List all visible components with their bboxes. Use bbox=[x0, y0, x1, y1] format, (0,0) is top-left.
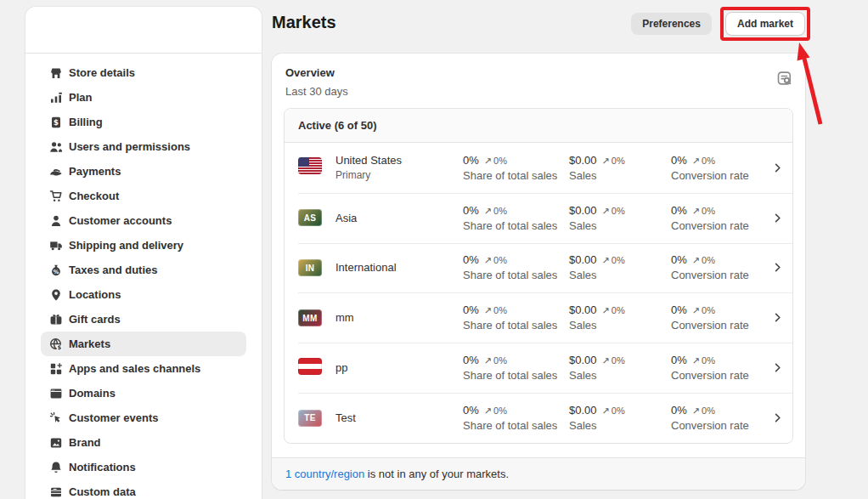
chevron-right-icon[interactable] bbox=[767, 162, 784, 174]
settings-nav: Store detailsPlan$BillingUsers and permi… bbox=[25, 54, 262, 499]
overview-card-header: Overview Last 30 days bbox=[272, 54, 805, 108]
main-content: Markets Preferences Add market Overview … bbox=[272, 0, 805, 490]
market-row-united-states[interactable]: United StatesPrimary0%↗0%Share of total … bbox=[285, 143, 792, 193]
sidebar-item-gift-cards[interactable]: Gift cards bbox=[41, 307, 246, 332]
sidebar-item-brand[interactable]: Brand bbox=[41, 430, 246, 455]
metric-delta: ↗0% bbox=[484, 156, 507, 167]
metric-value: 0% bbox=[463, 303, 479, 316]
trend-up-icon: ↗ bbox=[484, 305, 492, 316]
sidebar-item-markets[interactable]: $Markets bbox=[41, 332, 246, 356]
svg-text:%: % bbox=[54, 268, 59, 275]
metric-sales: $0.00↗0%Sales bbox=[569, 404, 671, 432]
metric-delta-value: 0% bbox=[612, 255, 625, 265]
trend-up-icon: ↗ bbox=[602, 355, 610, 366]
metric-share-of-total-sales: 0%↗0%Share of total sales bbox=[463, 253, 569, 281]
metric-value: $0.00 bbox=[569, 204, 597, 217]
sidebar-item-label: Users and permissions bbox=[69, 140, 190, 153]
gift-card-icon bbox=[49, 313, 63, 326]
market-row-asia[interactable]: ASAsia0%↗0%Share of total sales$0.00↗0%S… bbox=[285, 193, 792, 243]
market-name-cell: pp bbox=[335, 361, 463, 374]
chevron-right-icon[interactable] bbox=[767, 311, 784, 324]
metric-label: Share of total sales bbox=[463, 169, 569, 182]
store-icon bbox=[49, 66, 63, 80]
sidebar-item-apps-and-sales-channels[interactable]: Apps and sales channels bbox=[41, 356, 246, 381]
metric-sales: $0.00↗0%Sales bbox=[569, 204, 671, 232]
sidebar-item-payments[interactable]: Payments bbox=[41, 159, 246, 184]
sidebar-item-label: Payments bbox=[69, 165, 121, 178]
sidebar-store-header bbox=[25, 7, 262, 53]
trend-up-icon: ↗ bbox=[602, 255, 610, 266]
cursor-click-icon bbox=[49, 411, 63, 425]
market-row-pp[interactable]: pp0%↗0%Share of total sales$0.00↗0%Sales… bbox=[285, 343, 792, 393]
sidebar-item-plan[interactable]: Plan bbox=[41, 85, 246, 110]
sidebar-item-customer-accounts[interactable]: Customer accounts bbox=[41, 208, 246, 233]
trend-up-icon: ↗ bbox=[484, 355, 492, 366]
sidebar-item-domains[interactable]: Domains bbox=[41, 381, 246, 405]
metric-delta-value: 0% bbox=[702, 355, 715, 366]
sidebar-item-label: Markets bbox=[69, 337, 110, 350]
sidebar-item-customer-events[interactable]: Customer events bbox=[41, 405, 246, 430]
metric-value: $0.00 bbox=[569, 253, 597, 266]
preferences-button[interactable]: Preferences bbox=[631, 13, 712, 35]
metric-value: $0.00 bbox=[569, 404, 597, 417]
metric-value: $0.00 bbox=[569, 303, 597, 316]
metric-conversion-rate: 0%↗0%Conversion rate bbox=[671, 404, 767, 432]
add-market-button[interactable]: Add market bbox=[725, 12, 805, 36]
market-row-international[interactable]: INInternational0%↗0%Share of total sales… bbox=[285, 243, 792, 293]
sidebar-item-notifications[interactable]: Notifications bbox=[41, 455, 246, 479]
market-name: International bbox=[335, 261, 463, 274]
metric-delta: ↗0% bbox=[602, 255, 625, 266]
metric-delta: ↗0% bbox=[484, 206, 507, 217]
metric-share-of-total-sales: 0%↗0%Share of total sales bbox=[463, 303, 569, 332]
sidebar-item-locations[interactable]: Locations bbox=[41, 282, 246, 307]
chevron-right-icon[interactable] bbox=[767, 411, 784, 424]
austria-flag-icon bbox=[298, 358, 322, 375]
sidebar-item-label: Customer accounts bbox=[69, 214, 172, 227]
trend-up-icon: ↗ bbox=[692, 156, 700, 167]
market-name-cell: Asia bbox=[335, 212, 463, 224]
metric-share-of-total-sales: 0%↗0%Share of total sales bbox=[463, 204, 569, 232]
sidebar-item-label: Brand bbox=[69, 436, 101, 449]
users-icon bbox=[49, 140, 63, 154]
sidebar-item-label: Billing bbox=[69, 116, 103, 128]
metric-sales: $0.00↗0%Sales bbox=[569, 303, 671, 332]
sidebar-item-label: Shipping and delivery bbox=[69, 239, 183, 252]
sidebar-item-users-and-permissions[interactable]: Users and permissions bbox=[41, 134, 246, 159]
market-row-mm[interactable]: MMmm0%↗0%Share of total sales$0.00↗0%Sal… bbox=[285, 292, 792, 343]
sidebar-item-billing[interactable]: $Billing bbox=[41, 110, 246, 134]
market-badge-cell: IN bbox=[298, 259, 335, 277]
market-initials-badge: AS bbox=[298, 209, 322, 226]
metric-delta: ↗0% bbox=[692, 355, 715, 366]
metric-delta-value: 0% bbox=[493, 405, 507, 416]
market-name: Test bbox=[335, 411, 463, 424]
sidebar-item-label: Taxes and duties bbox=[69, 264, 158, 276]
metric-conversion-rate: 0%↗0%Conversion rate bbox=[671, 154, 767, 182]
sidebar-item-custom-data[interactable]: Custom data bbox=[41, 479, 246, 499]
chevron-right-icon[interactable] bbox=[767, 361, 784, 374]
metric-label: Share of total sales bbox=[463, 269, 569, 281]
trend-up-icon: ↗ bbox=[484, 405, 492, 417]
market-name: mm bbox=[335, 311, 463, 324]
metric-label: Sales bbox=[569, 219, 671, 232]
metric-conversion-rate: 0%↗0%Conversion rate bbox=[671, 303, 767, 332]
market-name-cell: mm bbox=[335, 311, 463, 324]
metric-delta: ↗0% bbox=[692, 305, 715, 316]
globe-dollar-icon: $ bbox=[49, 337, 63, 351]
search-list-icon[interactable] bbox=[776, 70, 793, 87]
market-name-cell: United StatesPrimary bbox=[335, 154, 463, 181]
overview-title: Overview bbox=[285, 66, 792, 79]
metric-delta: ↗0% bbox=[602, 405, 625, 417]
sidebar-item-store-details[interactable]: Store details bbox=[41, 60, 246, 85]
trend-up-icon: ↗ bbox=[484, 206, 492, 217]
market-row-test[interactable]: TETest0%↗0%Share of total sales$0.00↗0%S… bbox=[285, 393, 792, 443]
metric-label: Conversion rate bbox=[671, 219, 767, 232]
countries-not-in-markets-link[interactable]: 1 country/region bbox=[285, 468, 364, 480]
sidebar-item-checkout[interactable]: Checkout bbox=[41, 184, 246, 208]
chevron-right-icon[interactable] bbox=[767, 212, 784, 224]
metric-label: Sales bbox=[569, 319, 671, 332]
sidebar-item-shipping-and-delivery[interactable]: Shipping and delivery bbox=[41, 233, 246, 258]
sidebar-item-taxes-and-duties[interactable]: %Taxes and duties bbox=[41, 258, 246, 282]
apps-grid-icon bbox=[49, 362, 63, 376]
trend-up-icon: ↗ bbox=[602, 206, 610, 217]
chevron-right-icon[interactable] bbox=[767, 261, 784, 274]
